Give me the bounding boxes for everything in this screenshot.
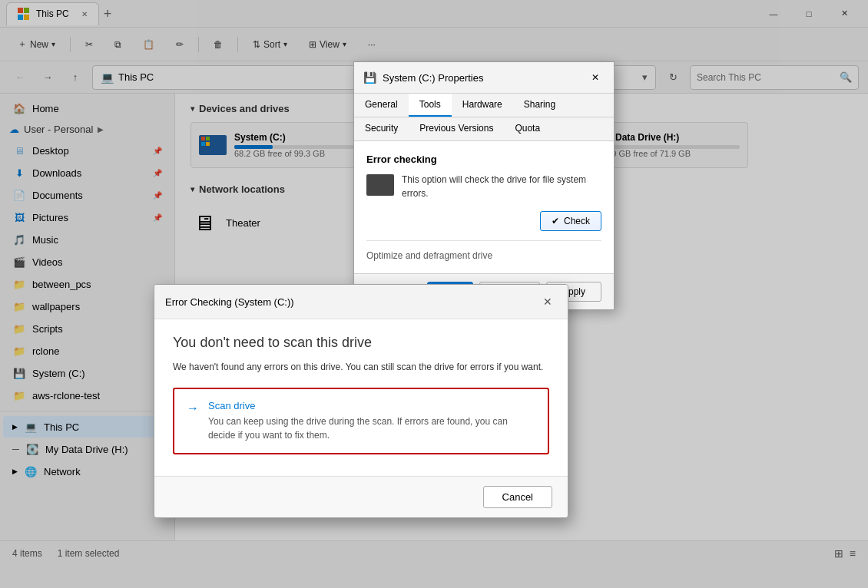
check-label: Check <box>564 216 590 226</box>
error-dialog-footer: Cancel <box>154 476 568 517</box>
error-check-desc: This option will check the drive for fil… <box>402 173 601 200</box>
tab-tools[interactable]: Tools <box>409 94 452 117</box>
error-dialog-titlebar: Error Checking (System (C:)) ✕ <box>154 285 568 319</box>
properties-close-btn[interactable]: ✕ <box>586 68 605 87</box>
scan-title: Scan drive <box>208 400 535 411</box>
error-check-title: Error checking <box>366 154 601 165</box>
error-cancel-btn[interactable]: Cancel <box>483 486 552 508</box>
scan-drive-option[interactable]: → Scan drive You can keep using the driv… <box>173 388 549 454</box>
scan-option-content: Scan drive You can keep using the drive … <box>208 400 535 442</box>
error-check-content: This option will check the drive for fil… <box>366 173 601 200</box>
error-dialog-title-text: Error Checking (System (C:)) <box>165 296 294 308</box>
tab-security[interactable]: Security <box>354 117 409 140</box>
properties-body: Error checking This option will check th… <box>354 141 614 273</box>
tab-general[interactable]: General <box>354 94 409 117</box>
properties-tabs-row2: Security Previous Versions Quota <box>354 117 614 141</box>
hdd-small-icon <box>366 174 394 196</box>
check-icon: ✔ <box>552 216 559 226</box>
defrag-title: Optimize and defragment drive <box>366 250 492 261</box>
scan-desc: You can keep using the drive during the … <box>208 415 535 442</box>
defrag-section: Optimize and defragment drive <box>366 240 601 261</box>
error-checking-dialog: Error Checking (System (C:)) ✕ You don't… <box>154 284 568 518</box>
error-description: We haven't found any errors on this driv… <box>173 360 549 374</box>
error-check-section: Error checking This option will check th… <box>366 154 601 231</box>
tab-hardware[interactable]: Hardware <box>452 94 513 117</box>
error-dialog-close-btn[interactable]: ✕ <box>538 292 557 311</box>
tab-quota[interactable]: Quota <box>504 117 551 140</box>
properties-dialog: 💾 System (C:) Properties ✕ General Tools… <box>353 61 615 310</box>
error-dialog-body: You don't need to scan this drive We hav… <box>154 319 568 476</box>
properties-dialog-title: System (C:) Properties <box>383 72 483 84</box>
error-heading: You don't need to scan this drive <box>173 335 549 351</box>
check-btn[interactable]: ✔ Check <box>540 211 601 231</box>
scan-arrow-icon: → <box>187 401 199 415</box>
tab-prev-versions[interactable]: Previous Versions <box>409 117 504 140</box>
properties-tabs: General Tools Hardware Sharing <box>354 94 614 117</box>
tab-sharing[interactable]: Sharing <box>513 94 566 117</box>
properties-dialog-icon: 💾 <box>363 71 376 84</box>
properties-titlebar: 💾 System (C:) Properties ✕ <box>354 62 614 94</box>
